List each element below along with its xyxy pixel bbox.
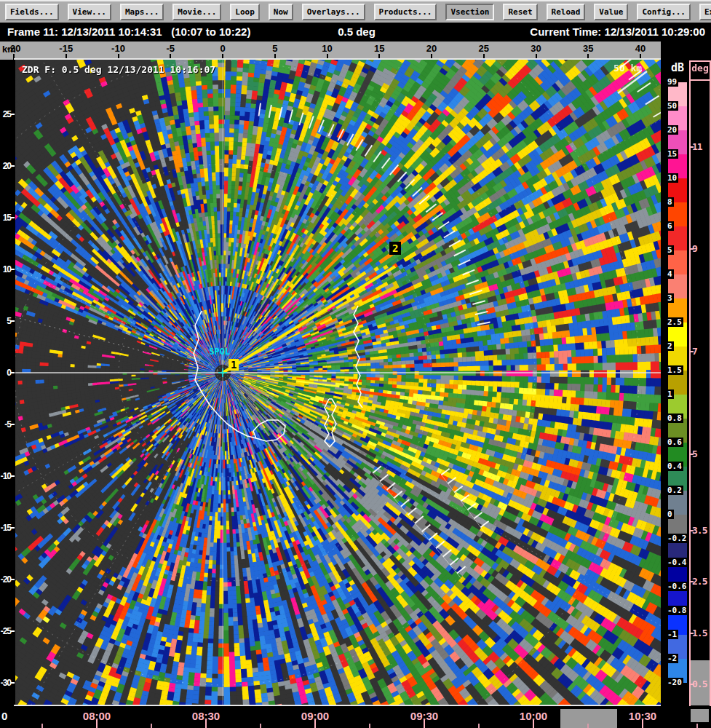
colorbar-value-label: 3 xyxy=(666,293,674,303)
elevation-selector[interactable]: deg 119753.52.51.50.5 xyxy=(689,60,711,727)
toolbar-button-config[interactable]: Config... xyxy=(637,4,691,20)
x-tick-label: 30 xyxy=(522,43,551,54)
y-tick-label: -5 xyxy=(0,419,11,430)
x-tick-label: -5 xyxy=(156,43,185,54)
time-major-tick xyxy=(314,720,316,728)
elevation-option-0.5[interactable]: 0.5 xyxy=(692,678,710,689)
status-bar: Frame 11: 12/13/2011 10:14:31 (10:07 to … xyxy=(0,23,711,41)
colorbar-value-label: 99 xyxy=(666,77,678,87)
elevation-option-3.5[interactable]: 3.5 xyxy=(692,525,710,536)
time-minor-tick xyxy=(478,724,480,728)
x-tick-label: 40 xyxy=(626,43,655,54)
toolbar: Fields...View...Maps...Movie...LoopNowOv… xyxy=(0,0,711,23)
toolbar-button-exit[interactable]: Exit xyxy=(699,4,711,20)
elevation-selector-divider xyxy=(691,79,710,81)
y-tick-mark xyxy=(11,527,15,529)
toolbar-button-value[interactable]: Value xyxy=(594,4,628,20)
plot-border-top xyxy=(14,58,662,60)
current-time: Current Time: 12/13/2011 10:29:00 xyxy=(530,25,705,38)
y-tick-mark xyxy=(11,579,15,580)
y-tick-label: -25 xyxy=(0,626,11,636)
toolbar-button-overlays[interactable]: Overlays... xyxy=(302,4,365,20)
toolbar-button-movie[interactable]: Movie... xyxy=(172,4,221,20)
elevation-option-2.5[interactable]: 2.5 xyxy=(692,576,710,587)
toolbar-button-loop[interactable]: Loop xyxy=(230,4,260,20)
colorbar-value-label: 10 xyxy=(666,173,678,183)
toolbar-button-vsection[interactable]: Vsection xyxy=(445,4,494,20)
elevation-option-5[interactable]: 5 xyxy=(692,448,710,459)
x-tick-label: 5 xyxy=(261,43,290,54)
x-tick-label: 20 xyxy=(417,43,446,54)
y-tick-mark xyxy=(11,269,15,270)
y-tick-label: 0 xyxy=(0,368,11,378)
colorbar-value-label: -0.4 xyxy=(666,558,688,567)
toolbar-button-reset[interactable]: Reset xyxy=(503,4,537,20)
x-tick-label: -20 xyxy=(0,43,28,54)
time-major-tick xyxy=(96,720,98,728)
toolbar-button-products[interactable]: Products... xyxy=(374,4,437,20)
x-tick-label: 35 xyxy=(573,43,603,54)
time-major-tick xyxy=(642,720,643,728)
y-tick-mark xyxy=(11,682,15,684)
colorbar-value-label: -0.2 xyxy=(666,534,688,543)
time-minor-tick xyxy=(587,724,589,728)
colorbar-value-label: -2 xyxy=(666,654,678,663)
elevation-option-11[interactable]: 11 xyxy=(692,141,710,152)
colorbar-value-label: 0.2 xyxy=(666,486,683,495)
y-tick-mark xyxy=(11,630,15,632)
colorbar-value-label: 1.5 xyxy=(666,365,683,375)
colorbar-value-label: 1 xyxy=(666,389,674,399)
colorbar-value-label: -0.6 xyxy=(666,582,688,591)
colorbar-value-label: 8 xyxy=(666,197,674,207)
toolbar-button-maps[interactable]: Maps... xyxy=(120,4,164,20)
x-tick-label: 0 xyxy=(208,43,237,54)
toolbar-button-reload[interactable]: Reload xyxy=(547,4,586,20)
y-tick-mark xyxy=(11,114,15,115)
frame-info: Frame 11: 12/13/2011 10:14:31 (10:07 to … xyxy=(7,25,250,38)
colorbar-value-label: -0.8 xyxy=(666,606,688,615)
colorbar-value-label: 5 xyxy=(666,245,674,255)
frame-time-span xyxy=(560,709,617,728)
y-tick-mark xyxy=(11,217,15,218)
y-tick-mark xyxy=(11,165,15,167)
toolbar-button-fields[interactable]: Fields... xyxy=(5,4,59,20)
x-tick-label: 15 xyxy=(365,43,394,54)
elevation-option-1.5[interactable]: 1.5 xyxy=(692,628,710,638)
toolbar-button-view[interactable]: View... xyxy=(68,4,111,20)
colorbar-value-label: 0 xyxy=(666,510,674,519)
y-tick-label: 25 xyxy=(0,109,11,119)
elevation-option-7[interactable]: 7 xyxy=(692,346,710,357)
x-tick-label: 10 xyxy=(313,43,342,54)
toolbar-button-now[interactable]: Now xyxy=(269,4,293,20)
colorbar-value-label: 6 xyxy=(666,221,674,231)
y-tick-label: -20 xyxy=(0,574,11,585)
x-tick-label: -10 xyxy=(104,43,133,54)
time-minor-tick xyxy=(696,724,698,728)
colorbar-units-label: dB xyxy=(671,61,684,74)
time-minor-tick xyxy=(260,724,261,728)
colorbar-value-label: 0.6 xyxy=(666,438,683,447)
radar-canvas[interactable] xyxy=(15,60,661,705)
colorbar-value-label: 2.5 xyxy=(666,317,683,327)
colorbar-value-label: 4 xyxy=(666,269,674,279)
colorbar-value-label: -1 xyxy=(666,630,678,639)
time-minor-tick xyxy=(369,724,370,728)
radar-plot[interactable]: ZDR F: 0.5 deg 12/13/2011 10:16:07 50 km… xyxy=(15,60,661,705)
y-tick-label: -15 xyxy=(0,523,11,533)
colorbar-value-label: 2 xyxy=(666,341,674,351)
y-tick-mark xyxy=(11,475,15,477)
colorbar-value-label: 15 xyxy=(666,149,678,159)
elevation-units-label: deg xyxy=(691,63,710,74)
y-tick-mark xyxy=(11,320,15,322)
time-major-tick xyxy=(205,720,207,728)
time-axis-origin: 0 xyxy=(1,710,7,722)
time-axis[interactable]: 0 08:0008:3009:0009:3010:0010:30 xyxy=(0,706,711,728)
x-tick-label: -15 xyxy=(52,43,81,54)
y-tick-label: 10 xyxy=(0,264,11,274)
elevation-option-9[interactable]: 9 xyxy=(692,243,710,254)
time-major-tick xyxy=(424,720,425,728)
x-tick-label: 25 xyxy=(469,43,499,54)
colorbar-value-label: 20 xyxy=(666,125,678,135)
time-minor-tick xyxy=(151,724,152,728)
y-tick-label: 20 xyxy=(0,161,11,171)
